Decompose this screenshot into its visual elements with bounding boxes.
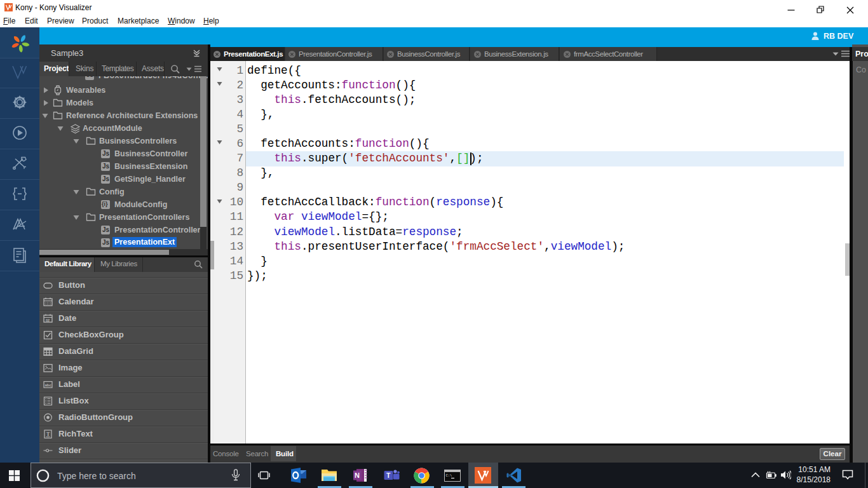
svg-text:T: T <box>46 431 50 437</box>
svg-text:C:\: C:\ <box>446 473 452 478</box>
svg-text:abc: abc <box>44 383 51 387</box>
svg-text:N: N <box>355 471 360 479</box>
svg-text:T: T <box>386 471 391 479</box>
svg-text:02: 02 <box>46 318 50 322</box>
